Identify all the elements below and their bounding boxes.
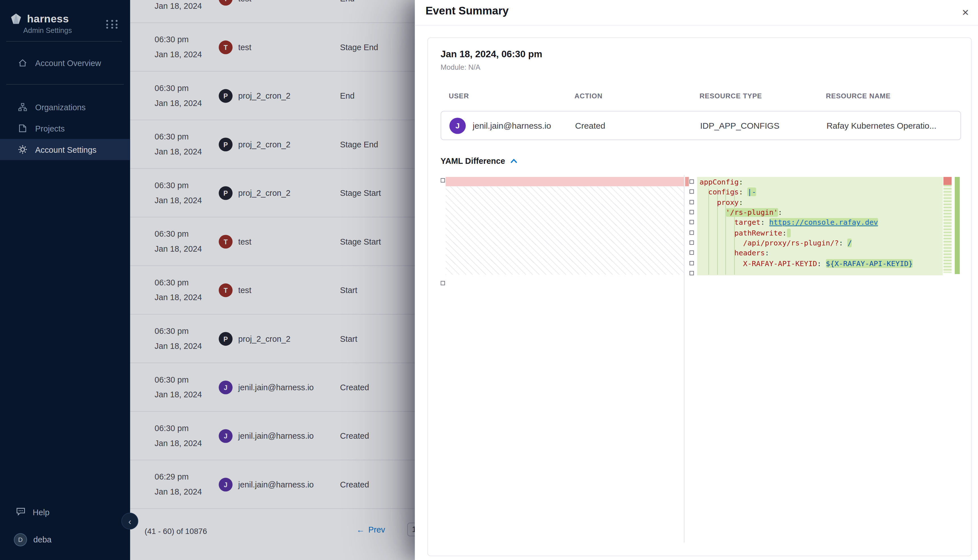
diff-removed-line [446,177,684,186]
ruler-added-mark [955,177,960,274]
event-summary-drawer: Event Summary ✕ Jan 18, 2024, 06:30 pm M… [415,0,978,560]
yaml-added-line: pathRewrite: [699,228,913,238]
minimap-added-mark [943,185,951,273]
chevron-up-icon [510,158,518,164]
diff-empty-placeholder [446,186,684,275]
yaml-diff-editor[interactable]: appConfig: configs: |- proxy: '/rs-plugi… [440,175,961,543]
event-card: Jan 18, 2024, 06:30 pm Module: N/A USER … [428,37,972,556]
yaml-added-line: configs: |- [699,187,913,197]
yaml-added-line: headers: [699,248,913,258]
minimap-removed-mark [943,177,951,185]
event-datetime: Jan 18, 2024, 06:30 pm [440,48,542,59]
diff-gutter-right [690,175,696,543]
diff-deletion-indicator [685,177,689,186]
drawer-title: Event Summary [425,4,508,17]
app-root: harness Admin Settings Account Overview … [0,0,978,560]
event-module: Module: N/A [440,63,480,71]
yaml-added-line: appConfig: [699,177,913,187]
editor-minimap[interactable] [943,175,953,543]
overview-ruler[interactable] [954,175,961,543]
diff-block-marker[interactable] [440,178,445,183]
diff-block-marker[interactable] [690,230,694,235]
drawer-header: Event Summary ✕ [415,0,978,25]
yaml-added-line: /api/proxy/rs-plugin/?: / [699,238,913,248]
yaml-added-line: target: https://console.rafay.dev [699,218,913,228]
diff-added-code[interactable]: appConfig: configs: |- proxy: '/rs-plugi… [699,177,913,268]
diff-block-marker[interactable] [690,261,694,265]
event-user-avatar: J [449,118,466,134]
diff-original-pane[interactable] [440,175,684,543]
diff-block-marker[interactable] [690,220,694,225]
diff-block-marker[interactable] [690,179,694,183]
diff-block-marker[interactable] [440,281,445,285]
diff-split-divider[interactable] [684,175,684,543]
close-button[interactable]: ✕ [958,5,973,20]
yaml-added-line: '/rs-plugin': [699,207,913,218]
yaml-difference-label: YAML Difference [440,157,505,166]
event-action: Created [575,121,605,130]
event-resource-name: Rafay Kubernetes Operatio... [826,121,936,130]
event-detail-row[interactable]: J jenil.jain@harness.io Created IDP_APP_… [440,111,961,140]
diff-block-marker[interactable] [690,200,694,204]
event-user: jenil.jain@harness.io [473,121,551,130]
column-header-action: ACTION [574,92,602,100]
close-icon: ✕ [962,7,969,17]
diff-block-marker[interactable] [690,190,694,194]
column-header-user: USER [449,92,469,100]
diff-block-marker[interactable] [690,241,694,245]
diff-block-marker[interactable] [690,271,694,275]
yaml-difference-toggle[interactable]: YAML Difference [440,157,518,166]
column-header-resource-name: RESOURCE NAME [826,92,891,100]
diff-block-marker[interactable] [690,210,694,214]
column-header-resource-type: RESOURCE TYPE [699,92,762,100]
diff-block-marker[interactable] [690,251,694,255]
yaml-added-line: proxy: [699,197,913,207]
event-resource-type: IDP_APP_CONFIGS [700,121,779,130]
yaml-added-line: X-RAFAY-API-KEYID: ${X-RAFAY-API-KEYID} [699,258,913,269]
